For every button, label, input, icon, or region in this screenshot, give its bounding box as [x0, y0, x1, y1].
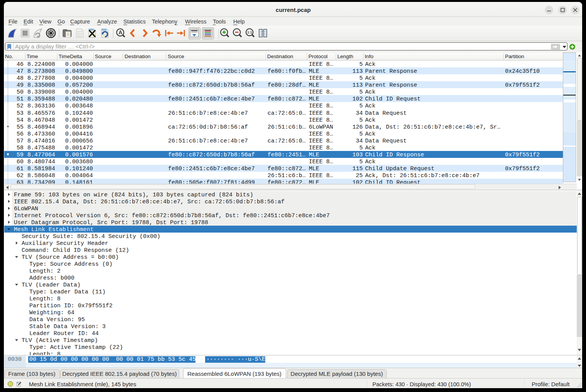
svg-text:A: A	[118, 29, 122, 35]
svg-text:1:1: 1:1	[247, 30, 252, 34]
svg-text:0111: 0111	[77, 35, 82, 37]
